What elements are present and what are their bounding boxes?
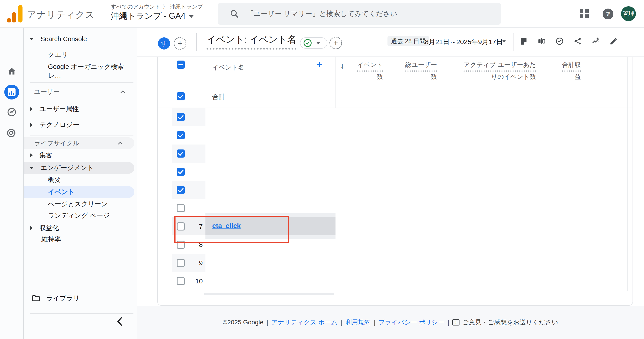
search-placeholder: 「ユーザー サマリー」と検索してみてください	[246, 9, 398, 18]
collapse-sidebar-icon[interactable]	[115, 316, 124, 326]
chevron-down-icon	[316, 42, 320, 44]
nav-rail	[0, 28, 24, 339]
product-name: アナリティクス	[27, 8, 95, 21]
sidebar-divider	[30, 136, 134, 136]
help-icon[interactable]: ?	[602, 8, 614, 19]
sidebar-item-technology[interactable]: テクノロジー	[24, 119, 137, 131]
sidebar-item-queries[interactable]: クエリ	[24, 49, 137, 60]
report-toolbar	[519, 37, 618, 46]
check-circle-icon	[303, 38, 312, 48]
sparkline-insights-icon[interactable]	[591, 37, 600, 46]
sidebar-item-user-attributes[interactable]: ユーザー属性	[24, 103, 137, 115]
sidebar-item-overview[interactable]: 概要	[24, 174, 137, 186]
expand-arrow-icon[interactable]	[30, 38, 34, 40]
collapse-arrow-icon[interactable]	[30, 153, 33, 157]
table-header-row: イベント名 + ↓ イベント数 総ユーザー数 アクティブ ユーザーあたりのイベン…	[158, 57, 632, 86]
collapse-arrow-icon[interactable]	[30, 226, 33, 230]
report-control-bar: す + イベント: イベント名 + 過去 28 日間 8月21日～2025年9月…	[137, 28, 644, 57]
share-icon[interactable]	[573, 37, 582, 46]
insights-icon[interactable]	[555, 37, 564, 46]
row-checkbox[interactable]	[177, 186, 185, 194]
sidebar-section-lifecycle[interactable]: ライフサイクル	[24, 137, 134, 149]
table-body: 7cta_click 8 9 10	[158, 108, 632, 306]
breadcrumb-account: 沖縄トランプ	[170, 4, 203, 10]
select-all-checkbox[interactable]	[177, 60, 185, 69]
chevron-up-icon[interactable]	[117, 140, 124, 146]
google-apps-icon[interactable]	[580, 9, 589, 18]
ga4-events-report-page: アナリティクス すべてのアカウント〉沖縄トランプ 沖縄トランプ - GA4 「ユ…	[0, 0, 644, 339]
total-row-checkbox[interactable]	[177, 92, 185, 100]
row-checkbox[interactable]	[177, 131, 185, 139]
add-comparison-button[interactable]: +	[174, 37, 186, 50]
sidebar-item-monetization[interactable]: 収益化	[24, 222, 137, 234]
edit-icon[interactable]	[609, 37, 618, 46]
sidebar-item-retention[interactable]: 維持率	[24, 234, 137, 245]
search-input[interactable]: 「ユーザー サマリー」と検索してみてください	[218, 3, 501, 25]
row-checkbox[interactable]	[177, 113, 185, 121]
table-row	[158, 126, 632, 144]
property-selector[interactable]: 沖縄トランプ - GA4	[111, 10, 194, 22]
dimension-column-header[interactable]: イベント名	[212, 63, 244, 72]
control-divider	[513, 33, 514, 51]
table-row	[158, 199, 632, 218]
metric-header-total-revenue[interactable]: 合計収益	[552, 60, 581, 82]
table-total-row: 合計	[158, 86, 632, 108]
breadcrumb-scope: すべてのアカウント	[111, 4, 160, 10]
sidebar-item-acquisition[interactable]: 集客	[24, 150, 137, 161]
feedback-icon: !	[452, 319, 460, 326]
table-row	[158, 181, 632, 199]
notes-icon[interactable]	[519, 37, 528, 46]
row-checkbox[interactable]	[177, 150, 185, 158]
expand-arrow-icon[interactable]	[30, 167, 34, 169]
footer-link-terms[interactable]: 利用規約	[346, 318, 370, 326]
explore-icon[interactable]	[7, 107, 17, 117]
sidebar-item-landing-pages[interactable]: ランディング ページ	[24, 210, 137, 222]
sidebar-item-events-selected[interactable]: イベント	[24, 186, 134, 198]
footer-link-privacy[interactable]: プライバシー ポリシー	[378, 318, 444, 326]
compare-icon[interactable]	[537, 37, 546, 46]
chevron-down-icon[interactable]	[502, 40, 506, 42]
sidebar-item-google-organic[interactable]: Google オーガニック検索レ…	[24, 66, 137, 77]
collapse-arrow-icon[interactable]	[30, 123, 33, 127]
control-divider	[196, 33, 197, 51]
events-table-card: イベント名 + ↓ イベント数 総ユーザー数 アクティブ ユーザーあたりのイベン…	[157, 57, 633, 306]
annotation-red-box	[174, 216, 289, 243]
data-quality-badge[interactable]	[300, 37, 328, 48]
total-label: 合計	[212, 92, 225, 102]
sidebar-divider	[30, 313, 134, 314]
date-range-badge: 過去 28 日間	[388, 36, 429, 46]
segment-chip[interactable]: す	[158, 37, 170, 50]
home-icon[interactable]	[7, 67, 16, 76]
sidebar-item-library[interactable]: ライブラリ	[24, 292, 137, 304]
table-row	[158, 163, 632, 181]
table-row	[158, 108, 632, 126]
sidebar-section-user[interactable]: ユーザー	[24, 86, 137, 98]
avatar[interactable]: 管理	[621, 6, 636, 21]
sidebar-item-engagement[interactable]: エンゲージメント	[24, 162, 134, 174]
breadcrumb: すべてのアカウント〉沖縄トランプ	[111, 3, 203, 10]
chevron-up-icon[interactable]	[120, 89, 126, 94]
date-range-value[interactable]: 8月21日～2025年9月17日	[425, 37, 503, 46]
report-title[interactable]: イベント: イベント名	[206, 33, 296, 50]
chevron-down-icon	[189, 15, 194, 18]
app-header: アナリティクス すべてのアカウント〉沖縄トランプ 沖縄トランプ - GA4 「ユ…	[0, 0, 644, 28]
collapse-arrow-icon[interactable]	[30, 107, 33, 111]
add-dimension-button[interactable]: +	[316, 59, 322, 70]
footer-link-analytics-home[interactable]: アナリティクス ホーム	[271, 318, 338, 326]
metric-header-total-users[interactable]: 総ユーザー数	[388, 60, 437, 82]
metric-header-events-per-active-user[interactable]: アクティブ ユーザーあたりのイベント数	[439, 60, 536, 82]
analytics-logo-icon[interactable]	[7, 5, 22, 23]
footer-feedback-text[interactable]: ご意見・ご感想をお送りください	[462, 318, 558, 326]
metric-header-event-count[interactable]: イベント数	[338, 60, 383, 82]
reports-icon[interactable]	[4, 85, 19, 100]
folder-icon	[32, 295, 40, 302]
sidebar-item-pages-screens[interactable]: ページとスクリーン	[24, 198, 137, 210]
table-row	[158, 144, 632, 163]
row-checkbox[interactable]	[177, 204, 185, 212]
sidebar-item-search-console[interactable]: Search Console	[24, 33, 137, 45]
row-checkbox[interactable]	[177, 168, 185, 176]
horizontal-scrollbar[interactable]	[204, 293, 334, 295]
copyright: ©2025 Google	[223, 319, 264, 326]
add-metric-button[interactable]: +	[330, 37, 342, 49]
advertising-icon[interactable]	[6, 128, 17, 139]
